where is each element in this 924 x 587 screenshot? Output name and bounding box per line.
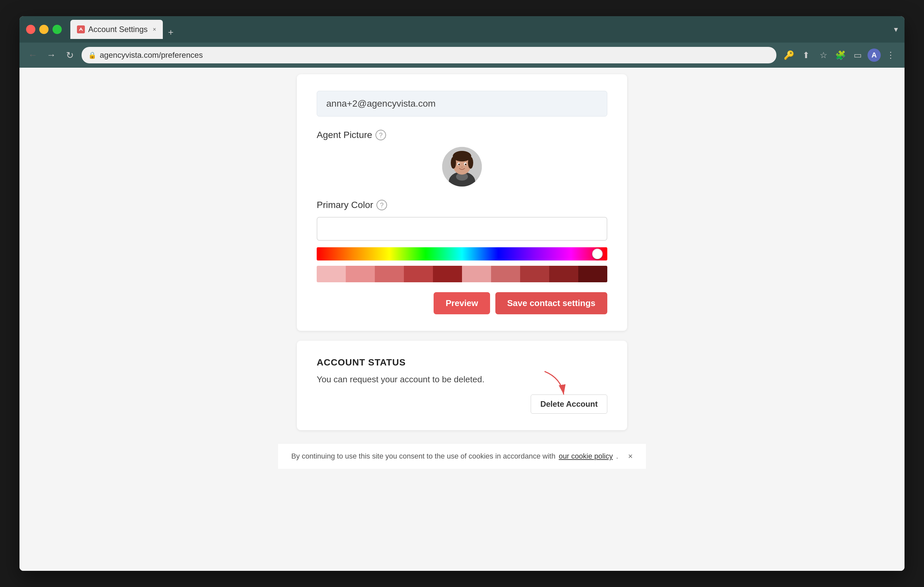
svg-point-12: [465, 164, 467, 165]
toolbar-actions: 🔑 ⬆ ☆ 🧩 ▭ A ⋮: [782, 48, 898, 63]
swatch-7[interactable]: [491, 266, 520, 282]
maximize-button[interactable]: [53, 25, 62, 34]
contact-settings-card: anna+2@agencyvista.com Agent Picture ?: [297, 74, 627, 331]
color-slider-thumb[interactable]: [592, 249, 603, 259]
address-bar[interactable]: 🔒 agencyvista.com/preferences: [82, 47, 776, 63]
color-spectrum[interactable]: [317, 247, 607, 261]
sidebar-icon[interactable]: ▭: [850, 48, 865, 63]
tab-dropdown-icon[interactable]: ▾: [894, 25, 898, 34]
agent-picture-help-icon[interactable]: ?: [376, 130, 386, 140]
svg-point-13: [461, 167, 463, 168]
swatch-9[interactable]: [549, 266, 578, 282]
swatch-10[interactable]: [578, 266, 607, 282]
url-display: agencyvista.com/preferences: [100, 51, 203, 60]
primary-color-help-icon[interactable]: ?: [376, 200, 387, 210]
account-status-card: ACCOUNT STATUS You can request your acco…: [297, 341, 627, 430]
window-controls: [26, 25, 62, 34]
bookmark-icon[interactable]: ☆: [816, 48, 830, 63]
save-contact-settings-button[interactable]: Save contact settings: [495, 292, 607, 314]
arrow-annotation: [538, 368, 571, 401]
page-content: anna+2@agencyvista.com Agent Picture ?: [20, 68, 904, 571]
swatch-5[interactable]: [433, 266, 462, 282]
tab-close-icon[interactable]: ×: [153, 26, 156, 33]
swatch-8[interactable]: [520, 266, 549, 282]
menu-icon[interactable]: ⋮: [883, 48, 898, 63]
close-button[interactable]: [26, 25, 35, 34]
agent-avatar[interactable]: [442, 147, 482, 186]
cookie-text: By continuing to use this site you conse…: [291, 452, 556, 460]
profile-avatar[interactable]: A: [868, 48, 881, 62]
extensions-icon[interactable]: 🧩: [833, 48, 848, 63]
svg-point-6: [451, 157, 456, 169]
preview-button[interactable]: Preview: [434, 292, 490, 314]
color-slider-container: [317, 247, 607, 261]
lock-icon: 🔒: [88, 51, 96, 59]
share-icon[interactable]: ⬆: [799, 48, 813, 63]
browser-titlebar: Account Settings × + ▾: [20, 16, 904, 43]
swatch-3[interactable]: [375, 266, 404, 282]
svg-point-11: [459, 164, 460, 165]
swatch-1[interactable]: [317, 266, 346, 282]
forward-button[interactable]: →: [45, 48, 58, 62]
agent-picture-label: Agent Picture ?: [317, 130, 607, 140]
account-status-title: ACCOUNT STATUS: [317, 357, 607, 368]
swatch-4[interactable]: [404, 266, 433, 282]
delete-section: Delete Account: [317, 394, 607, 414]
action-buttons: Preview Save contact settings: [317, 292, 607, 314]
cookie-text-after: .: [616, 452, 618, 460]
swatch-6[interactable]: [462, 266, 491, 282]
svg-point-7: [468, 157, 473, 169]
active-tab[interactable]: Account Settings ×: [70, 20, 163, 39]
browser-window: Account Settings × + ▾ ← → ↻ 🔒 agencyvis…: [20, 16, 904, 571]
tab-favicon: [77, 25, 85, 33]
back-button[interactable]: ←: [26, 48, 39, 62]
tab-title: Account Settings: [88, 25, 148, 34]
cookie-banner: By continuing to use this site you conse…: [278, 444, 646, 469]
new-tab-button[interactable]: +: [164, 27, 177, 38]
tab-bar: Account Settings × +: [70, 20, 889, 39]
avatar-image: [442, 147, 482, 186]
agent-picture-container: [317, 147, 607, 186]
color-swatches: [317, 266, 607, 282]
reload-button[interactable]: ↻: [63, 48, 76, 62]
minimize-button[interactable]: [39, 25, 49, 34]
color-input[interactable]: #FD5359: [317, 217, 607, 241]
password-icon[interactable]: 🔑: [782, 48, 796, 63]
email-display: anna+2@agencyvista.com: [317, 91, 607, 117]
content-area: anna+2@agencyvista.com Agent Picture ?: [297, 74, 627, 444]
svg-point-8: [454, 152, 470, 158]
swatch-2[interactable]: [346, 266, 375, 282]
cookie-policy-link[interactable]: our cookie policy: [559, 452, 613, 460]
browser-toolbar: ← → ↻ 🔒 agencyvista.com/preferences 🔑 ⬆ …: [20, 43, 904, 68]
cookie-close-button[interactable]: ×: [628, 452, 633, 461]
primary-color-label: Primary Color ?: [317, 200, 607, 210]
